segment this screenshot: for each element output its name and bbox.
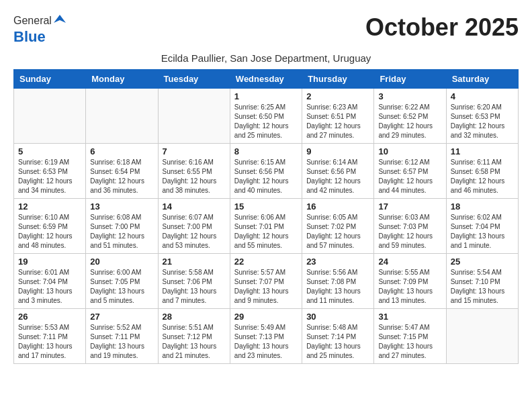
calendar-cell: 9Sunrise: 6:14 AM Sunset: 6:56 PM Daylig… xyxy=(302,144,374,199)
calendar-cell: 20Sunrise: 6:00 AM Sunset: 7:05 PM Dayli… xyxy=(86,254,158,309)
calendar-cell: 18Sunrise: 6:02 AM Sunset: 7:04 PM Dayli… xyxy=(446,199,518,254)
day-number: 16 xyxy=(306,201,369,212)
calendar-cell xyxy=(158,89,230,144)
day-number: 12 xyxy=(18,201,81,212)
weekday-header-monday: Monday xyxy=(86,70,158,89)
day-info: Sunrise: 6:02 AM Sunset: 7:04 PM Dayligh… xyxy=(451,213,514,250)
day-number: 9 xyxy=(306,146,369,156)
day-info: Sunrise: 6:25 AM Sunset: 6:50 PM Dayligh… xyxy=(234,103,298,140)
day-number: 20 xyxy=(90,257,153,267)
day-number: 26 xyxy=(18,312,81,322)
weekday-header-row: SundayMondayTuesdayWednesdayThursdayFrid… xyxy=(14,70,519,89)
day-number: 31 xyxy=(378,312,441,322)
day-number: 18 xyxy=(451,201,514,212)
day-info: Sunrise: 5:49 AM Sunset: 7:13 PM Dayligh… xyxy=(234,323,298,361)
day-number: 11 xyxy=(451,146,514,156)
day-info: Sunrise: 6:22 AM Sunset: 6:52 PM Dayligh… xyxy=(378,103,441,140)
day-info: Sunrise: 5:48 AM Sunset: 7:14 PM Dayligh… xyxy=(306,323,369,361)
day-info: Sunrise: 6:00 AM Sunset: 7:05 PM Dayligh… xyxy=(90,268,153,306)
calendar-week-row: 5Sunrise: 6:19 AM Sunset: 6:53 PM Daylig… xyxy=(14,144,519,199)
calendar-cell: 13Sunrise: 6:08 AM Sunset: 7:00 PM Dayli… xyxy=(86,199,158,254)
weekday-header-thursday: Thursday xyxy=(302,70,374,89)
logo: General Blue xyxy=(13,13,66,46)
day-number: 6 xyxy=(90,146,153,156)
calendar-cell: 22Sunrise: 5:57 AM Sunset: 7:07 PM Dayli… xyxy=(230,254,302,309)
day-number: 30 xyxy=(306,312,369,322)
calendar-cell: 16Sunrise: 6:05 AM Sunset: 7:02 PM Dayli… xyxy=(302,199,374,254)
calendar-cell: 24Sunrise: 5:55 AM Sunset: 7:09 PM Dayli… xyxy=(374,254,446,309)
calendar-cell: 2Sunrise: 6:23 AM Sunset: 6:51 PM Daylig… xyxy=(302,89,374,144)
svg-marker-0 xyxy=(54,15,66,23)
day-info: Sunrise: 5:57 AM Sunset: 7:07 PM Dayligh… xyxy=(234,268,298,306)
calendar-cell: 1Sunrise: 6:25 AM Sunset: 6:50 PM Daylig… xyxy=(230,89,302,144)
page-header: General Blue October 2025 xyxy=(13,13,519,46)
calendar-cell: 14Sunrise: 6:07 AM Sunset: 7:00 PM Dayli… xyxy=(158,199,230,254)
day-info: Sunrise: 5:53 AM Sunset: 7:11 PM Dayligh… xyxy=(18,323,81,361)
weekday-header-wednesday: Wednesday xyxy=(230,70,302,89)
calendar-week-row: 26Sunrise: 5:53 AM Sunset: 7:11 PM Dayli… xyxy=(14,309,519,364)
day-info: Sunrise: 6:15 AM Sunset: 6:56 PM Dayligh… xyxy=(234,158,298,195)
day-number: 1 xyxy=(234,91,298,101)
calendar-cell: 27Sunrise: 5:52 AM Sunset: 7:11 PM Dayli… xyxy=(86,309,158,364)
weekday-header-sunday: Sunday xyxy=(14,70,86,89)
day-number: 24 xyxy=(378,257,441,267)
calendar-week-row: 12Sunrise: 6:10 AM Sunset: 6:59 PM Dayli… xyxy=(14,199,519,254)
day-info: Sunrise: 6:03 AM Sunset: 7:03 PM Dayligh… xyxy=(378,213,441,250)
calendar-cell: 21Sunrise: 5:58 AM Sunset: 7:06 PM Dayli… xyxy=(158,254,230,309)
day-number: 10 xyxy=(378,146,441,156)
weekday-header-tuesday: Tuesday xyxy=(158,70,230,89)
day-number: 3 xyxy=(378,91,441,101)
calendar-cell: 26Sunrise: 5:53 AM Sunset: 7:11 PM Dayli… xyxy=(14,309,86,364)
weekday-header-friday: Friday xyxy=(374,70,446,89)
calendar-cell: 31Sunrise: 5:47 AM Sunset: 7:15 PM Dayli… xyxy=(374,309,446,364)
logo-blue-text: Blue xyxy=(13,28,46,46)
day-info: Sunrise: 5:54 AM Sunset: 7:10 PM Dayligh… xyxy=(451,268,514,306)
calendar-cell: 12Sunrise: 6:10 AM Sunset: 6:59 PM Dayli… xyxy=(14,199,86,254)
day-number: 27 xyxy=(90,312,153,322)
day-number: 5 xyxy=(18,146,81,156)
day-number: 21 xyxy=(163,257,226,267)
day-info: Sunrise: 6:19 AM Sunset: 6:53 PM Dayligh… xyxy=(18,158,81,195)
logo-general-text: General xyxy=(13,15,52,27)
day-info: Sunrise: 6:10 AM Sunset: 6:59 PM Dayligh… xyxy=(18,213,81,250)
calendar-cell: 5Sunrise: 6:19 AM Sunset: 6:53 PM Daylig… xyxy=(14,144,86,199)
calendar-cell: 17Sunrise: 6:03 AM Sunset: 7:03 PM Dayli… xyxy=(374,199,446,254)
day-info: Sunrise: 6:05 AM Sunset: 7:02 PM Dayligh… xyxy=(306,213,369,250)
day-info: Sunrise: 6:18 AM Sunset: 6:54 PM Dayligh… xyxy=(90,158,153,195)
weekday-header-saturday: Saturday xyxy=(446,70,518,89)
calendar-cell: 30Sunrise: 5:48 AM Sunset: 7:14 PM Dayli… xyxy=(302,309,374,364)
day-info: Sunrise: 6:08 AM Sunset: 7:00 PM Dayligh… xyxy=(90,213,153,250)
day-info: Sunrise: 6:23 AM Sunset: 6:51 PM Dayligh… xyxy=(306,103,369,140)
calendar-cell: 6Sunrise: 6:18 AM Sunset: 6:54 PM Daylig… xyxy=(86,144,158,199)
day-number: 4 xyxy=(451,91,514,101)
day-number: 22 xyxy=(234,257,298,267)
day-number: 2 xyxy=(306,91,369,101)
calendar-week-row: 1Sunrise: 6:25 AM Sunset: 6:50 PM Daylig… xyxy=(14,89,519,144)
day-info: Sunrise: 5:56 AM Sunset: 7:08 PM Dayligh… xyxy=(306,268,369,306)
day-info: Sunrise: 6:01 AM Sunset: 7:04 PM Dayligh… xyxy=(18,268,81,306)
day-number: 25 xyxy=(451,257,514,267)
day-number: 29 xyxy=(234,312,298,322)
day-info: Sunrise: 5:58 AM Sunset: 7:06 PM Dayligh… xyxy=(163,268,226,306)
calendar-cell: 8Sunrise: 6:15 AM Sunset: 6:56 PM Daylig… xyxy=(230,144,302,199)
day-number: 28 xyxy=(163,312,226,322)
day-info: Sunrise: 6:14 AM Sunset: 6:56 PM Dayligh… xyxy=(306,158,369,195)
day-info: Sunrise: 6:07 AM Sunset: 7:00 PM Dayligh… xyxy=(163,213,226,250)
day-info: Sunrise: 5:52 AM Sunset: 7:11 PM Dayligh… xyxy=(90,323,153,361)
calendar-cell xyxy=(86,89,158,144)
day-number: 14 xyxy=(163,201,226,212)
calendar-cell: 29Sunrise: 5:49 AM Sunset: 7:13 PM Dayli… xyxy=(230,309,302,364)
calendar-cell: 10Sunrise: 6:12 AM Sunset: 6:57 PM Dayli… xyxy=(374,144,446,199)
day-number: 15 xyxy=(234,201,298,212)
day-info: Sunrise: 5:55 AM Sunset: 7:09 PM Dayligh… xyxy=(378,268,441,306)
logo-bird-icon xyxy=(54,13,66,26)
day-number: 7 xyxy=(163,146,226,156)
day-info: Sunrise: 6:06 AM Sunset: 7:01 PM Dayligh… xyxy=(234,213,298,250)
day-info: Sunrise: 6:20 AM Sunset: 6:53 PM Dayligh… xyxy=(451,103,514,140)
calendar-week-row: 19Sunrise: 6:01 AM Sunset: 7:04 PM Dayli… xyxy=(14,254,519,309)
calendar-cell: 23Sunrise: 5:56 AM Sunset: 7:08 PM Dayli… xyxy=(302,254,374,309)
calendar-cell: 7Sunrise: 6:16 AM Sunset: 6:55 PM Daylig… xyxy=(158,144,230,199)
calendar-cell xyxy=(446,309,518,364)
month-title: October 2025 xyxy=(365,13,519,42)
calendar-cell xyxy=(14,89,86,144)
